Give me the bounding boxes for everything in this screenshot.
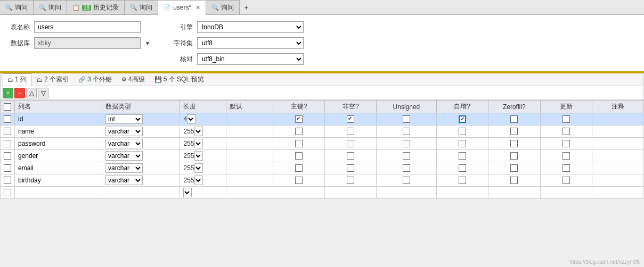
col-update[interactable]	[540, 138, 592, 150]
col-length[interactable]: 255▼	[180, 126, 226, 138]
col-type[interactable]: varchar	[102, 150, 180, 162]
col-notnull[interactable]	[325, 126, 377, 138]
col-zerofill-checkbox[interactable]	[510, 140, 518, 147]
col-notnull-checkbox[interactable]	[347, 177, 354, 184]
col-comment[interactable]	[592, 150, 643, 162]
tab-indexes[interactable]: 🗂 2 个索引	[32, 74, 73, 85]
col-comment[interactable]	[592, 113, 643, 126]
tab-users[interactable]: 📄 users* ✕	[158, 0, 206, 15]
col-autoinc-checkbox[interactable]	[459, 115, 466, 123]
col-pk[interactable]	[273, 150, 325, 162]
col-zerofill-checkbox[interactable]	[510, 152, 518, 160]
col-name[interactable]	[15, 113, 102, 126]
col-zerofill-checkbox[interactable]	[510, 177, 518, 184]
col-length[interactable]: 255▼	[180, 138, 226, 150]
tab-query-1[interactable]: 🔍 询问	[0, 0, 34, 14]
row-checkbox[interactable]	[4, 140, 11, 147]
col-autoinc-checkbox[interactable]	[459, 140, 466, 147]
col-zerofill[interactable]	[488, 174, 540, 187]
col-autoinc[interactable]	[436, 138, 488, 150]
tab-close-users[interactable]: ✕	[195, 4, 200, 11]
col-pk-checkbox[interactable]	[295, 152, 303, 160]
tab-advanced[interactable]: ⚙ 4高级	[117, 74, 149, 85]
col-unsigned[interactable]	[377, 113, 436, 126]
col-notnull[interactable]	[325, 113, 377, 126]
col-length[interactable]: 255▼	[180, 174, 226, 187]
collation-select[interactable]: utf8_bin utf8_general_ci	[197, 53, 304, 65]
col-comment[interactable]	[592, 126, 643, 138]
tab-query-6[interactable]: 🔍 询问	[206, 0, 240, 14]
tab-history[interactable]: 📋 18 历史记录	[67, 0, 125, 14]
col-unsigned[interactable]	[377, 138, 436, 150]
col-update-checkbox[interactable]	[563, 115, 570, 123]
col-update-checkbox[interactable]	[563, 177, 570, 184]
table-name-input[interactable]	[34, 21, 141, 33]
col-notnull[interactable]	[325, 138, 377, 150]
col-default[interactable]	[226, 126, 273, 138]
col-update-checkbox[interactable]	[563, 128, 570, 135]
col-unsigned-checkbox[interactable]	[403, 115, 410, 123]
col-unsigned[interactable]	[377, 187, 436, 199]
col-update-checkbox[interactable]	[563, 152, 570, 160]
database-dropdown-icon[interactable]: ▼	[145, 40, 150, 46]
col-notnull-checkbox[interactable]	[347, 152, 354, 160]
col-autoinc[interactable]	[436, 187, 488, 199]
row-checkbox[interactable]	[4, 152, 11, 160]
col-unsigned[interactable]	[377, 162, 436, 174]
col-update[interactable]	[540, 113, 592, 126]
header-checkbox[interactable]	[1, 101, 15, 113]
col-unsigned-checkbox[interactable]	[403, 164, 410, 172]
col-name[interactable]	[15, 150, 102, 162]
col-type[interactable]: int	[102, 113, 180, 126]
col-default[interactable]	[226, 138, 273, 150]
col-update[interactable]	[540, 162, 592, 174]
col-zerofill[interactable]	[488, 150, 540, 162]
col-pk[interactable]	[273, 162, 325, 174]
col-notnull-checkbox[interactable]	[347, 115, 354, 123]
col-notnull[interactable]	[325, 150, 377, 162]
col-update[interactable]	[540, 126, 592, 138]
col-unsigned[interactable]	[377, 174, 436, 187]
col-default[interactable]	[226, 187, 273, 199]
select-all-checkbox[interactable]	[4, 103, 11, 111]
col-unsigned-checkbox[interactable]	[403, 128, 410, 135]
col-zerofill[interactable]	[488, 162, 540, 174]
col-default[interactable]	[226, 113, 273, 126]
col-zerofill-checkbox[interactable]	[510, 128, 518, 135]
move-up-button[interactable]: △	[26, 88, 37, 98]
col-notnull-checkbox[interactable]	[347, 128, 354, 135]
col-autoinc[interactable]	[436, 113, 488, 126]
col-type[interactable]: varchar	[102, 162, 180, 174]
col-comment[interactable]	[592, 174, 643, 187]
col-type[interactable]: varchar	[102, 126, 180, 138]
col-unsigned-checkbox[interactable]	[403, 140, 410, 147]
col-autoinc-checkbox[interactable]	[459, 128, 466, 135]
col-comment[interactable]	[592, 138, 643, 150]
col-length[interactable]: 4▼	[180, 113, 226, 126]
col-default[interactable]	[226, 162, 273, 174]
col-pk[interactable]	[273, 174, 325, 187]
col-length[interactable]: 255▼	[180, 162, 226, 174]
col-name[interactable]	[15, 126, 102, 138]
col-type[interactable]	[102, 187, 180, 199]
col-zerofill[interactable]	[488, 138, 540, 150]
col-pk-checkbox[interactable]	[295, 140, 303, 147]
col-unsigned-checkbox[interactable]	[403, 177, 410, 184]
col-comment[interactable]	[592, 187, 643, 199]
col-pk[interactable]	[273, 113, 325, 126]
col-autoinc[interactable]	[436, 162, 488, 174]
row-checkbox[interactable]	[4, 115, 11, 123]
col-name[interactable]	[15, 138, 102, 150]
delete-row-button[interactable]: −	[14, 88, 25, 98]
col-zerofill[interactable]	[488, 113, 540, 126]
col-zerofill[interactable]	[488, 187, 540, 199]
col-pk-checkbox[interactable]	[295, 115, 303, 123]
col-comment[interactable]	[592, 162, 643, 174]
col-update[interactable]	[540, 174, 592, 187]
move-down-button[interactable]: ▽	[38, 88, 48, 98]
col-pk[interactable]	[273, 126, 325, 138]
col-unsigned-checkbox[interactable]	[403, 152, 410, 160]
col-autoinc-checkbox[interactable]	[459, 152, 466, 160]
col-autoinc[interactable]	[436, 150, 488, 162]
col-update[interactable]	[540, 187, 592, 199]
